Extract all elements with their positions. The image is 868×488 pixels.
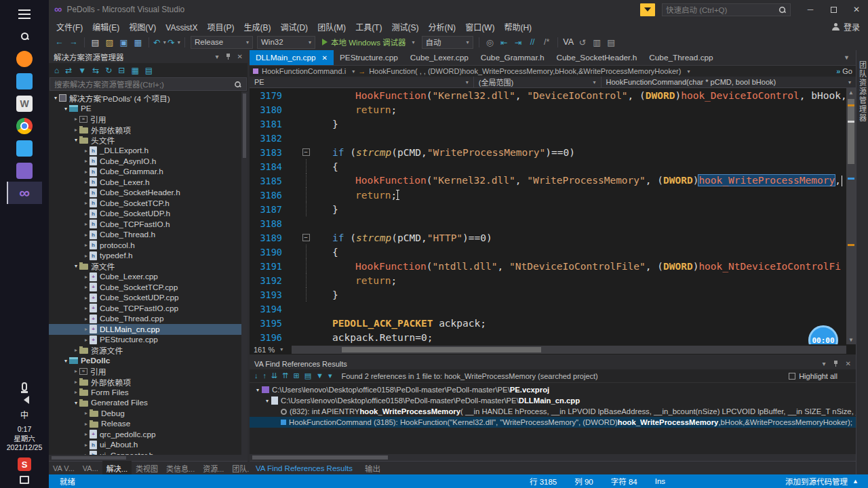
goto-prev-file-icon[interactable]: ⇈ (282, 371, 288, 380)
menu-item-7[interactable]: 团队(M) (313, 21, 351, 35)
scroll-down-icon[interactable]: ▼ (846, 337, 856, 343)
fold-margin[interactable]: − (298, 230, 313, 245)
expander-icon[interactable]: ▸ (73, 368, 79, 374)
expander-icon[interactable]: ▾ (73, 137, 79, 143)
code-line-3184[interactable]: 3184{ (250, 159, 856, 174)
fold-collapse-icon[interactable]: − (302, 148, 310, 156)
left-panel-tab-0[interactable]: VA V... (49, 462, 79, 474)
panel-menu-icon[interactable]: ▾ (823, 360, 826, 367)
expander-icon[interactable]: ▸ (73, 116, 79, 122)
ime-indicator[interactable]: 中 (20, 409, 28, 420)
tab-overflow-icon[interactable]: ▼ (837, 50, 856, 65)
solution-search-input[interactable]: 搜索解决方案资源管理器(Ctrl+;) (50, 77, 247, 91)
breakpoint-margin[interactable] (289, 230, 298, 245)
tree-item[interactable]: ▸hCube_AsynIO.h (49, 156, 248, 167)
tree-item[interactable]: ▸+Cube_TCPFastIO.cpp (49, 303, 248, 314)
expander-icon[interactable]: ▸ (83, 253, 90, 259)
copy-results-icon[interactable]: ▤ (304, 371, 311, 380)
expander-icon[interactable]: ▸ (83, 326, 90, 332)
fold-margin[interactable] (298, 102, 313, 117)
deploy-select[interactable]: 自动▾ (422, 36, 473, 49)
code-line-3196[interactable]: 3196ackpack.Return=0; (250, 330, 856, 344)
breakpoint-margin[interactable] (289, 88, 298, 102)
code-line-3194[interactable]: 3194 (250, 302, 856, 316)
tree-item[interactable]: ▸+Cube_Thread.cpp (49, 314, 248, 325)
fold-margin[interactable] (298, 159, 313, 174)
menu-item-3[interactable]: VAssistX (161, 21, 202, 35)
show-all-files-icon[interactable]: ▦ (131, 66, 138, 75)
tree-item[interactable]: ▸hui_About.h (49, 440, 248, 451)
fold-margin[interactable] (298, 330, 313, 344)
fold-margin[interactable] (298, 88, 313, 102)
expander-icon[interactable]: ▾ (62, 106, 69, 112)
app-icon-blue[interactable] (7, 70, 42, 92)
close-icon[interactable]: ✕ (237, 53, 243, 60)
sign-in-area[interactable]: 登录 (832, 21, 868, 33)
left-panel-tab-1[interactable]: VA... (79, 462, 102, 474)
switch-views-icon[interactable]: ⇄ (65, 66, 72, 75)
fold-margin[interactable] (298, 202, 313, 216)
code-line-3191[interactable]: 3191HookFunction("ntdll.dll", "NtDeviceI… (250, 259, 856, 273)
editor-vertical-scrollbar[interactable]: ▲ ▼ (846, 88, 856, 344)
goto-next-reference-icon[interactable]: ↓ (254, 371, 258, 380)
breakpoint-margin[interactable] (289, 302, 298, 316)
expander-icon[interactable]: ▸ (83, 179, 90, 185)
tree-item[interactable]: ▸资源文件 (49, 345, 248, 356)
tree-item[interactable]: ▸hCube_Grammar.h (49, 167, 248, 178)
highlight-all-checkbox[interactable]: Highlight all (789, 372, 851, 380)
code-line-3188[interactable]: 3188 (250, 216, 856, 230)
tree-item[interactable]: ▸+PEStructure.cpp (49, 335, 248, 346)
code-line-3189[interactable]: 3189−if (strcmp(pCMD,"HTTP")==0) (250, 230, 856, 245)
expander-icon[interactable]: ▸ (83, 284, 90, 290)
start-debug-button[interactable]: 本地 Windows 调试器▾ (318, 37, 419, 47)
tree-item[interactable]: ▸hCube_SocketTCP.h (49, 198, 248, 209)
tree-item[interactable]: ▸h_DLLExport.h (49, 146, 248, 157)
fold-margin[interactable] (298, 174, 313, 188)
menu-item-1[interactable]: 编辑(E) (87, 21, 124, 35)
expander-icon[interactable]: ▸ (83, 169, 90, 175)
fold-margin[interactable] (298, 188, 313, 202)
menu-item-9[interactable]: 测试(S) (387, 21, 423, 35)
code-line-3187[interactable]: 3187} (250, 202, 856, 216)
sogou-input-icon[interactable]: S (18, 458, 31, 471)
expander-icon[interactable]: ▸ (83, 232, 90, 238)
code-line-3193[interactable]: 3193} (250, 287, 856, 302)
results-options-icon[interactable]: ▾ (328, 371, 332, 380)
right-dock-tab-0[interactable]: 团队资源管理器 (857, 61, 868, 123)
goto-next-file-icon[interactable]: ⇊ (271, 371, 277, 380)
pin-icon[interactable] (225, 54, 231, 60)
member-dropdown[interactable]: HookFunctionCommand(char * pCMD, bool bH… (601, 77, 856, 87)
code-line-3181[interactable]: 3181} (250, 117, 856, 131)
tree-item[interactable]: ▸+Cube_Lexer.cpp (49, 272, 248, 283)
new-file-icon[interactable]: ▤ (89, 35, 102, 49)
menu-item-5[interactable]: 生成(B) (239, 21, 275, 35)
code-editor[interactable]: 3179HookFunction("Kernel32.dll", "Device… (250, 88, 856, 344)
clone-results-icon[interactable]: ⊞ (293, 371, 299, 380)
tree-item[interactable]: ▸+Cube_SocketTCP.cpp (49, 282, 248, 293)
vmware-workstation-icon[interactable]: W (7, 92, 42, 115)
home-icon[interactable]: ⌂ (54, 66, 59, 75)
editor-horizontal-scrollbar[interactable] (292, 346, 846, 354)
expander-icon[interactable]: ▸ (83, 148, 90, 154)
panel-menu-icon[interactable]: ▾ (216, 53, 219, 60)
tree-item[interactable]: ▸htypedef.h (49, 251, 248, 262)
tree-item[interactable]: ▸+DLLMain_cn.cpp (49, 324, 248, 335)
code-line-3185[interactable]: 3185HookFunction("Kernel32.dll", "WriteP… (250, 174, 856, 188)
va-go-button[interactable]: »Go (831, 67, 852, 75)
close-button[interactable]: ✕ (845, 0, 868, 19)
close-icon[interactable]: ✕ (846, 360, 851, 367)
code-line-3179[interactable]: 3179HookFunction("Kernel32.dll", "Device… (250, 88, 856, 102)
tree-item[interactable]: ▸hCube_Thread.h (49, 230, 248, 241)
scrollbar-thumb[interactable] (342, 347, 541, 352)
expander-icon[interactable]: ▸ (73, 127, 79, 133)
left-panel-tab-5[interactable]: 资源... (199, 461, 228, 476)
expander-icon[interactable]: ▸ (83, 410, 90, 416)
expander-icon[interactable]: ▾ (62, 358, 69, 364)
result-row-1[interactable]: ▾C:\Users\lenovo\Desktop\office0158\PeDo… (250, 395, 856, 406)
code-line-3190[interactable]: 3190{ (250, 245, 856, 259)
tree-item[interactable]: ▸+qrc_pedollc.cpp (49, 429, 248, 440)
app-icon-purple[interactable] (7, 159, 42, 182)
breakpoint-margin[interactable] (289, 188, 298, 202)
expander-icon[interactable]: ▸ (83, 295, 90, 301)
result-row-0[interactable]: ▾C:\Users\lenovo\Desktop\office0158\PeDo… (250, 384, 856, 395)
